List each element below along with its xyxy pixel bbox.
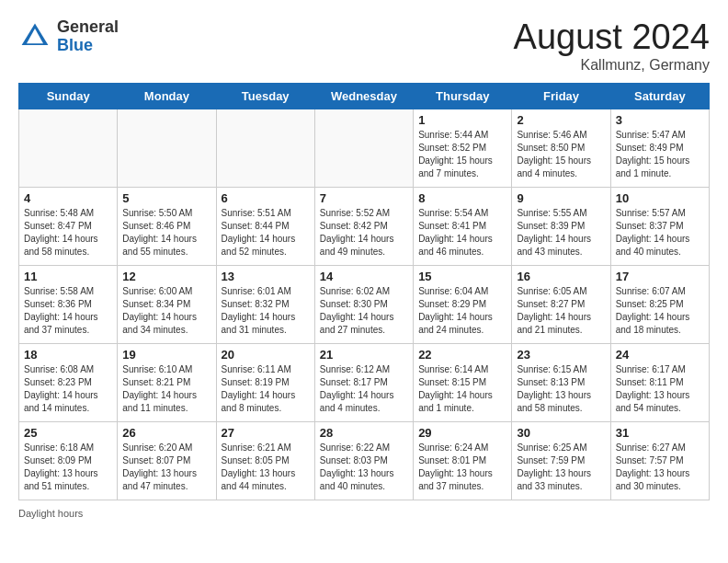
- day-number: 16: [517, 270, 605, 283]
- day-number: 6: [222, 191, 310, 205]
- day-number: 24: [616, 348, 704, 362]
- day-number: 19: [122, 348, 210, 362]
- day-info: Sunrise: 6:00 AM Sunset: 8:34 PM Dayligh…: [122, 285, 210, 337]
- day-number: 4: [24, 191, 112, 205]
- calendar-cell: 6Sunrise: 5:51 AM Sunset: 8:44 PM Daylig…: [216, 187, 314, 265]
- day-number: 26: [122, 426, 210, 440]
- day-number: 27: [222, 426, 310, 440]
- day-info: Sunrise: 5:54 AM Sunset: 8:41 PM Dayligh…: [418, 207, 506, 259]
- day-of-week-header: Friday: [512, 83, 610, 109]
- calendar-cell: 9Sunrise: 5:55 AM Sunset: 8:39 PM Daylig…: [512, 187, 610, 265]
- calendar-cell: 29Sunrise: 6:24 AM Sunset: 8:01 PM Dayli…: [414, 421, 512, 500]
- day-number: 12: [122, 270, 210, 283]
- calendar-week-row: 11Sunrise: 5:58 AM Sunset: 8:36 PM Dayli…: [19, 265, 710, 343]
- logo-blue: Blue: [57, 37, 119, 55]
- day-number: 7: [320, 191, 408, 205]
- day-number: 11: [24, 270, 112, 283]
- calendar-cell: [118, 109, 216, 187]
- day-of-week-header: Wednesday: [314, 83, 413, 109]
- day-number: 8: [418, 191, 506, 205]
- day-info: Sunrise: 5:52 AM Sunset: 8:42 PM Dayligh…: [320, 207, 408, 259]
- day-info: Sunrise: 6:11 AM Sunset: 8:19 PM Dayligh…: [222, 363, 310, 415]
- calendar-table: SundayMondayTuesdayWednesdayThursdayFrid…: [18, 83, 710, 500]
- calendar-header: SundayMondayTuesdayWednesdayThursdayFrid…: [19, 83, 710, 109]
- day-number: 5: [122, 191, 210, 205]
- day-info: Sunrise: 5:58 AM Sunset: 8:36 PM Dayligh…: [24, 285, 112, 337]
- daylight-label: Daylight hours: [18, 508, 83, 519]
- day-info: Sunrise: 6:14 AM Sunset: 8:15 PM Dayligh…: [418, 363, 506, 415]
- day-info: Sunrise: 5:57 AM Sunset: 8:37 PM Dayligh…: [616, 207, 704, 259]
- day-of-week-header: Monday: [118, 83, 216, 109]
- day-number: 29: [418, 426, 506, 440]
- day-of-week-header: Tuesday: [216, 83, 314, 109]
- logo-text: General Blue: [57, 18, 119, 55]
- calendar-cell: 18Sunrise: 6:08 AM Sunset: 8:23 PM Dayli…: [19, 343, 118, 421]
- calendar-week-row: 18Sunrise: 6:08 AM Sunset: 8:23 PM Dayli…: [19, 343, 710, 421]
- day-number: 18: [24, 348, 112, 362]
- location: Kallmunz, Germany: [514, 57, 710, 74]
- days-of-week-row: SundayMondayTuesdayWednesdayThursdayFrid…: [19, 83, 710, 109]
- calendar-cell: 16Sunrise: 6:05 AM Sunset: 8:27 PM Dayli…: [512, 265, 610, 343]
- calendar-cell: 21Sunrise: 6:12 AM Sunset: 8:17 PM Dayli…: [314, 343, 413, 421]
- day-info: Sunrise: 6:24 AM Sunset: 8:01 PM Dayligh…: [418, 442, 506, 493]
- day-number: 25: [24, 426, 112, 440]
- page-header: General Blue August 2024 Kallmunz, Germa…: [18, 18, 710, 74]
- calendar-cell: 23Sunrise: 6:15 AM Sunset: 8:13 PM Dayli…: [512, 343, 610, 421]
- day-info: Sunrise: 6:04 AM Sunset: 8:29 PM Dayligh…: [418, 285, 506, 337]
- day-number: 15: [418, 270, 506, 283]
- day-info: Sunrise: 6:12 AM Sunset: 8:17 PM Dayligh…: [320, 363, 408, 415]
- calendar-cell: 2Sunrise: 5:46 AM Sunset: 8:50 PM Daylig…: [512, 109, 610, 187]
- day-number: 9: [517, 191, 605, 205]
- day-info: Sunrise: 5:46 AM Sunset: 8:50 PM Dayligh…: [517, 129, 605, 180]
- day-of-week-header: Sunday: [19, 83, 118, 109]
- title-block: August 2024 Kallmunz, Germany: [514, 18, 710, 74]
- day-info: Sunrise: 6:05 AM Sunset: 8:27 PM Dayligh…: [517, 285, 605, 337]
- calendar-cell: 17Sunrise: 6:07 AM Sunset: 8:25 PM Dayli…: [610, 265, 709, 343]
- day-number: 30: [517, 426, 605, 440]
- day-info: Sunrise: 5:55 AM Sunset: 8:39 PM Dayligh…: [517, 207, 605, 259]
- day-info: Sunrise: 6:08 AM Sunset: 8:23 PM Dayligh…: [24, 363, 112, 415]
- day-number: 17: [616, 270, 704, 283]
- calendar-cell: 1Sunrise: 5:44 AM Sunset: 8:52 PM Daylig…: [414, 109, 512, 187]
- calendar-cell: 22Sunrise: 6:14 AM Sunset: 8:15 PM Dayli…: [414, 343, 512, 421]
- day-info: Sunrise: 5:44 AM Sunset: 8:52 PM Dayligh…: [418, 129, 506, 180]
- calendar-cell: 14Sunrise: 6:02 AM Sunset: 8:30 PM Dayli…: [314, 265, 413, 343]
- calendar-cell: [216, 109, 314, 187]
- calendar-cell: 3Sunrise: 5:47 AM Sunset: 8:49 PM Daylig…: [610, 109, 709, 187]
- day-info: Sunrise: 6:01 AM Sunset: 8:32 PM Dayligh…: [222, 285, 310, 337]
- logo-general: General: [57, 18, 119, 37]
- day-number: 1: [418, 113, 506, 127]
- calendar-cell: 10Sunrise: 5:57 AM Sunset: 8:37 PM Dayli…: [610, 187, 709, 265]
- calendar-cell: 24Sunrise: 6:17 AM Sunset: 8:11 PM Dayli…: [610, 343, 709, 421]
- day-number: 20: [222, 348, 310, 362]
- footer-note: Daylight hours: [18, 508, 710, 519]
- day-number: 10: [616, 191, 704, 205]
- day-info: Sunrise: 5:51 AM Sunset: 8:44 PM Dayligh…: [222, 207, 310, 259]
- day-info: Sunrise: 6:25 AM Sunset: 7:59 PM Dayligh…: [517, 442, 605, 493]
- calendar-cell: 30Sunrise: 6:25 AM Sunset: 7:59 PM Dayli…: [512, 421, 610, 500]
- day-info: Sunrise: 6:15 AM Sunset: 8:13 PM Dayligh…: [517, 363, 605, 415]
- day-number: 31: [616, 426, 704, 440]
- calendar-cell: 15Sunrise: 6:04 AM Sunset: 8:29 PM Dayli…: [414, 265, 512, 343]
- day-info: Sunrise: 6:17 AM Sunset: 8:11 PM Dayligh…: [616, 363, 704, 415]
- day-info: Sunrise: 5:48 AM Sunset: 8:47 PM Dayligh…: [24, 207, 112, 259]
- day-info: Sunrise: 6:27 AM Sunset: 7:57 PM Dayligh…: [616, 442, 704, 493]
- day-of-week-header: Saturday: [610, 83, 709, 109]
- day-of-week-header: Thursday: [414, 83, 512, 109]
- day-info: Sunrise: 6:18 AM Sunset: 8:09 PM Dayligh…: [24, 442, 112, 493]
- day-info: Sunrise: 6:22 AM Sunset: 8:03 PM Dayligh…: [320, 442, 408, 493]
- calendar-cell: 25Sunrise: 6:18 AM Sunset: 8:09 PM Dayli…: [19, 421, 118, 500]
- calendar-cell: 28Sunrise: 6:22 AM Sunset: 8:03 PM Dayli…: [314, 421, 413, 500]
- calendar-cell: 11Sunrise: 5:58 AM Sunset: 8:36 PM Dayli…: [19, 265, 118, 343]
- day-number: 28: [320, 426, 408, 440]
- calendar-cell: 12Sunrise: 6:00 AM Sunset: 8:34 PM Dayli…: [118, 265, 216, 343]
- day-number: 23: [517, 348, 605, 362]
- calendar-cell: [19, 109, 118, 187]
- day-number: 3: [616, 113, 704, 127]
- calendar-cell: 4Sunrise: 5:48 AM Sunset: 8:47 PM Daylig…: [19, 187, 118, 265]
- day-number: 21: [320, 348, 408, 362]
- logo-icon: [18, 20, 51, 53]
- day-number: 13: [222, 270, 310, 283]
- calendar-cell: 27Sunrise: 6:21 AM Sunset: 8:05 PM Dayli…: [216, 421, 314, 500]
- calendar-body: 1Sunrise: 5:44 AM Sunset: 8:52 PM Daylig…: [19, 109, 710, 500]
